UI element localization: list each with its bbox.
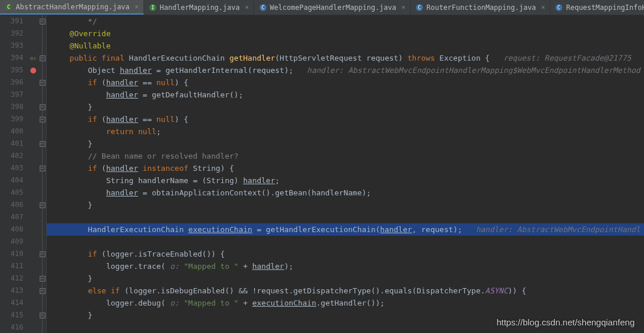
tab-handlermapping[interactable]: I HandlerMapping.java × [144, 0, 254, 15]
gutter-slot[interactable] [28, 309, 38, 321]
close-icon[interactable]: × [401, 3, 405, 11]
override-marker-icon[interactable]: o↑ [28, 52, 38, 64]
code-line[interactable]: // Bean name or resolved handler? [47, 150, 644, 162]
line-number: 405 [0, 187, 23, 199]
code-line[interactable]: } [47, 199, 644, 211]
line-number: 404 [0, 174, 23, 187]
line-number-gutter: 3913923933943953963973983994004014024034… [0, 15, 28, 333]
close-icon[interactable]: × [541, 3, 545, 11]
line-number: 400 [0, 125, 23, 138]
code-line[interactable]: logger.debug( o: "Mapped to " + executio… [47, 297, 644, 309]
java-class-icon: C [259, 3, 267, 12]
fold-end-icon[interactable]: − [40, 141, 46, 147]
fold-line [38, 260, 46, 272]
svg-text:I: I [151, 5, 154, 10]
gutter-slot[interactable] [28, 321, 38, 333]
fold-end-icon[interactable]: − [40, 202, 46, 208]
code-line[interactable]: Object handler = getHandlerInternal(requ… [47, 64, 644, 76]
gutter-slot[interactable] [28, 211, 38, 223]
line-number: 408 [0, 223, 23, 236]
gutter-slot[interactable] [28, 15, 38, 27]
line-number: 412 [0, 272, 23, 285]
tab-label: RequestMappingInfoHandlerMapping.java [566, 3, 644, 12]
code-line[interactable]: @Override [47, 27, 644, 40]
watermark-text: https://blog.csdn.net/shengqianfeng [496, 317, 635, 327]
gutter-slot[interactable] [28, 272, 38, 285]
fold-end-icon[interactable]: − [40, 276, 46, 282]
code-content[interactable]: */ @Override @Nullable public final Hand… [47, 15, 644, 333]
code-line[interactable]: HandlerExecutionChain executionChain = g… [47, 223, 644, 236]
fold-collapse-icon[interactable]: − [40, 55, 46, 61]
line-number: 407 [0, 211, 23, 223]
code-line[interactable] [47, 236, 644, 248]
code-line[interactable]: @Nullable [47, 40, 644, 52]
gutter-slot[interactable] [28, 199, 38, 211]
gutter-slot[interactable] [28, 89, 38, 101]
gutter-slot[interactable] [28, 150, 38, 162]
fold-line [38, 125, 46, 138]
tab-requestmappinginfo[interactable]: C RequestMappingInfoHandlerMapping.java … [550, 0, 644, 15]
line-number: 413 [0, 285, 23, 297]
gutter-slot[interactable] [28, 174, 38, 187]
code-line[interactable]: logger.trace( o: "Mapped to " + handler)… [47, 260, 644, 272]
code-line[interactable] [47, 211, 644, 223]
fold-line: − [38, 52, 46, 64]
svg-text:C: C [558, 5, 561, 10]
fold-collapse-icon[interactable]: − [40, 251, 46, 257]
tab-abstracthandlermapping[interactable]: C AbstractHandlerMapping.java × [0, 0, 144, 15]
fold-collapse-icon[interactable]: − [40, 117, 46, 122]
gutter-slot[interactable] [28, 138, 38, 150]
gutter-slot[interactable] [28, 125, 38, 138]
code-line[interactable]: return null; [47, 125, 644, 138]
code-line[interactable]: if (handler == null) { [47, 113, 644, 125]
gutter-slot[interactable] [28, 285, 38, 297]
gutter-slot[interactable] [28, 76, 38, 89]
gutter-slot[interactable] [28, 223, 38, 236]
code-line[interactable]: if (handler == null) { [47, 76, 644, 89]
gutter-slot[interactable] [28, 236, 38, 248]
code-line[interactable]: else if (logger.isDebugEnabled() && !req… [47, 285, 644, 297]
java-class-icon: C [5, 3, 13, 11]
gutter-slot[interactable] [28, 162, 38, 174]
fold-collapse-icon[interactable]: − [40, 166, 46, 171]
gutter-slot[interactable] [28, 187, 38, 199]
tab-welcomepage[interactable]: C WelcomePageHandlerMapping.java × [254, 0, 411, 15]
fold-end-icon[interactable]: − [40, 104, 46, 110]
code-line[interactable]: } [47, 101, 644, 113]
breakpoint-icon[interactable] [28, 64, 38, 76]
line-number: 401 [0, 138, 23, 150]
tab-label: AbstractHandlerMapping.java [16, 3, 130, 11]
tab-routerfunction[interactable]: C RouterFunctionMapping.java × [411, 0, 550, 15]
java-class-icon: C [415, 3, 424, 12]
code-line[interactable]: } [47, 272, 644, 285]
svg-text:C: C [261, 5, 264, 10]
close-icon[interactable]: × [135, 3, 139, 10]
fold-end-icon[interactable]: − [40, 19, 46, 24]
gutter-slot[interactable] [28, 101, 38, 113]
fold-line: − [38, 248, 46, 260]
fold-collapse-icon[interactable]: − [40, 288, 46, 294]
close-icon[interactable]: × [245, 3, 249, 11]
code-line[interactable]: String handlerName = (String) handler; [47, 174, 644, 187]
code-line[interactable]: if (handler instanceof String) { [47, 162, 644, 174]
code-line[interactable]: public final HandlerExecutionChain getHa… [47, 52, 644, 64]
line-number: 394 [0, 52, 23, 64]
fold-line [38, 211, 46, 223]
fold-end-icon[interactable]: − [40, 313, 46, 318]
code-line[interactable]: } [47, 138, 644, 150]
gutter-slot[interactable] [28, 297, 38, 309]
code-line[interactable]: */ [47, 15, 644, 27]
gutter-slot[interactable] [28, 113, 38, 125]
gutter-slot[interactable] [28, 40, 38, 52]
gutter-slot[interactable] [28, 248, 38, 260]
line-number: 406 [0, 199, 23, 211]
code-line[interactable]: if (logger.isTraceEnabled()) { [47, 248, 644, 260]
fold-line: − [38, 101, 46, 113]
gutter-slot[interactable] [28, 27, 38, 40]
code-line[interactable]: handler = getDefaultHandler(); [47, 89, 644, 101]
fold-collapse-icon[interactable]: − [40, 80, 46, 86]
code-line[interactable]: handler = obtainApplicationContext().get… [47, 187, 644, 199]
gutter-slot[interactable] [28, 260, 38, 272]
tab-label: RouterFunctionMapping.java [426, 3, 536, 12]
line-number: 415 [0, 309, 23, 321]
